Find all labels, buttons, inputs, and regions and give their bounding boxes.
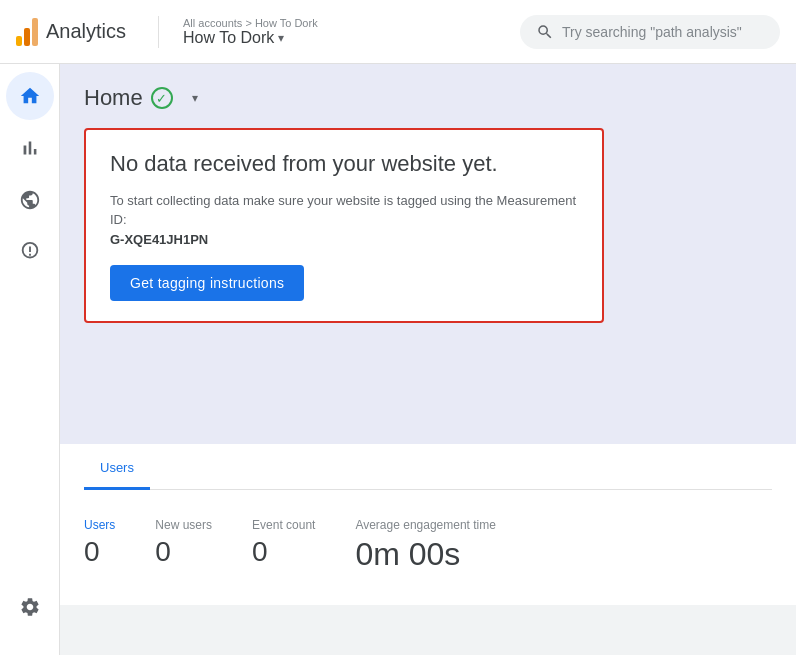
account-name-label: How To Dork (183, 29, 274, 47)
explore-icon (19, 189, 41, 211)
tab-users-label: Users (100, 460, 134, 475)
gear-icon (19, 596, 41, 618)
main-layout: Home ✓ ▾ No data received from your webs… (0, 64, 796, 655)
logo-bar-1 (16, 36, 22, 46)
sidebar-item-admin[interactable] (6, 583, 54, 631)
account-name-row[interactable]: How To Dork ▾ (183, 29, 318, 47)
app-title: Analytics (46, 20, 126, 43)
logo: Analytics (16, 18, 134, 46)
sidebar-item-advertising[interactable] (6, 228, 54, 276)
app-header: Analytics All accounts > How To Dork How… (0, 0, 796, 64)
account-selector[interactable]: All accounts > How To Dork How To Dork ▾ (183, 17, 318, 47)
status-badge: ✓ (151, 87, 173, 109)
search-bar[interactable]: Try searching "path analysis" (520, 15, 780, 49)
home-icon (19, 85, 41, 107)
advertising-icon (19, 241, 41, 263)
sidebar (0, 64, 60, 655)
stat-engagement-time: Average engagement time 0m 00s (355, 518, 496, 573)
account-dropdown-arrow: ▾ (278, 31, 284, 45)
stat-new-users-value: 0 (155, 536, 212, 568)
alert-title: No data received from your website yet. (110, 150, 578, 179)
search-icon (536, 23, 554, 41)
sidebar-item-home[interactable] (6, 72, 54, 120)
home-dropdown-button[interactable]: ▾ (181, 84, 209, 112)
stat-engagement-value: 0m 00s (355, 536, 496, 573)
sidebar-bottom (6, 583, 54, 647)
header-divider (158, 16, 159, 48)
home-header: Home ✓ ▾ (84, 84, 772, 112)
alert-body-text: To start collecting data make sure your … (110, 193, 576, 228)
search-placeholder: Try searching "path analysis" (562, 24, 742, 40)
page-title: Home (84, 85, 143, 111)
stat-new-users-label: New users (155, 518, 212, 532)
logo-bar-2 (24, 28, 30, 46)
sidebar-item-reports[interactable] (6, 124, 54, 172)
breadcrumb: All accounts > How To Dork (183, 17, 318, 29)
bar-chart-icon (19, 137, 41, 159)
stat-new-users: New users 0 (155, 518, 212, 573)
tab-users[interactable]: Users (84, 448, 150, 490)
sidebar-item-explore[interactable] (6, 176, 54, 224)
stats-tabs: Users (84, 444, 772, 490)
stat-event-count: Event count 0 (252, 518, 315, 573)
measurement-id: G-XQE41JH1PN (110, 232, 208, 247)
stat-users-label: Users (84, 518, 115, 532)
stat-engagement-label: Average engagement time (355, 518, 496, 532)
content-area: Home ✓ ▾ No data received from your webs… (60, 64, 796, 655)
stat-event-count-value: 0 (252, 536, 315, 568)
stats-grid: Users 0 New users 0 Event count 0 Averag… (84, 510, 772, 581)
alert-box: No data received from your website yet. … (84, 128, 604, 323)
stat-users-value: 0 (84, 536, 115, 568)
logo-bar-3 (32, 18, 38, 46)
logo-icon (16, 18, 38, 46)
stat-users: Users 0 (84, 518, 115, 573)
alert-body: To start collecting data make sure your … (110, 191, 578, 250)
stat-event-count-label: Event count (252, 518, 315, 532)
get-tagging-button[interactable]: Get tagging instructions (110, 265, 304, 301)
stats-section: Users Users 0 New users 0 Event count 0 … (60, 444, 796, 605)
home-section: Home ✓ ▾ No data received from your webs… (60, 64, 796, 444)
